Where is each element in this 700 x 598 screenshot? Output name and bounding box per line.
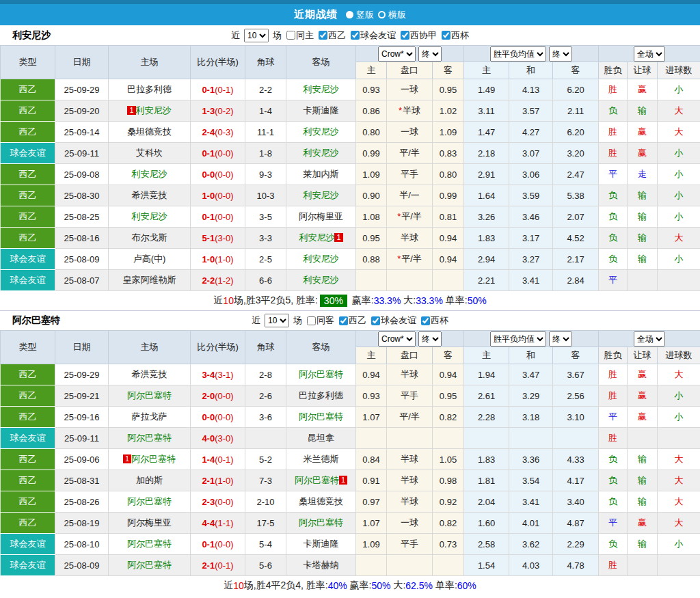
home-odds-cell: 0.95	[356, 228, 387, 249]
summary-line: 近10场,胜3平2负5, 胜率:30% 赢率:33.3% 大:33.3% 单率:…	[0, 291, 700, 310]
summary-stat-value: 60%	[457, 580, 476, 591]
league-filter-checkbox[interactable]	[401, 31, 409, 40]
score-cell: 2-4(0-3)	[191, 122, 245, 143]
match-type-cell: 西乙	[1, 100, 55, 122]
corner-cell: 5-4	[245, 534, 286, 555]
score-cell: 0-0(0-0)	[191, 164, 245, 185]
focus-team-cell: 利安尼沙	[286, 185, 356, 206]
team-label: 卢高(中)	[133, 254, 166, 264]
avg-stage-select[interactable]: 终	[549, 46, 572, 62]
away-odds-cell: 0.95	[433, 385, 464, 407]
league-filter-checkbox[interactable]	[421, 316, 430, 325]
league-filter[interactable]: 西乙	[339, 314, 366, 327]
avg-away-cell: 2.84	[553, 270, 599, 291]
league-filter-checkbox[interactable]	[442, 31, 450, 40]
avg-home-cell: 3.11	[464, 100, 509, 122]
focus-team-cell: 利安尼沙	[109, 164, 191, 185]
fulltime-select[interactable]: 全场	[634, 331, 665, 346]
league-filter[interactable]: 西杯	[421, 314, 448, 327]
team-label: 阿尔巴塞特	[299, 411, 343, 422]
recent-count-select[interactable]: 10	[244, 29, 269, 42]
avg-draw-cell: 4.27	[509, 122, 553, 143]
odds-source-select[interactable]: Crow*	[378, 46, 416, 62]
focus-team-cell: 阿尔巴塞特	[109, 555, 191, 576]
opponent-team-cell: 巴拉多利德	[109, 79, 191, 100]
corner-cell: 5-2	[245, 449, 286, 470]
summary-record: 场,胜3平2负5, 胜率:	[234, 295, 318, 307]
team-label: 阿尔巴塞特	[295, 475, 339, 485]
match-date-cell: 25-08-26	[55, 491, 109, 513]
league-filter-label: 球会友谊	[381, 314, 416, 327]
avg-away-cell	[553, 428, 599, 449]
same-venue-filter[interactable]: 同主	[286, 29, 314, 42]
goals-result-cell: 小	[658, 143, 700, 164]
odds-source-select[interactable]: Crow*	[378, 331, 416, 346]
league-filter-checkbox[interactable]	[319, 31, 327, 40]
team-label: 利安尼沙	[304, 275, 339, 285]
result-cell: 负	[599, 491, 628, 513]
home-odds-cell: 0.97	[356, 491, 387, 513]
away-odds-cell: 0.92	[433, 491, 464, 513]
sub-goals: 进球数	[658, 62, 700, 79]
goals-result-cell: 小	[658, 164, 700, 185]
match-date-cell: 25-09-14	[55, 122, 109, 143]
result-cell: 平	[599, 164, 628, 185]
league-filter[interactable]: 球会友谊	[371, 314, 416, 327]
avg-select[interactable]: 胜平负均值	[490, 331, 546, 346]
home-odds-cell: 0.99	[356, 143, 387, 164]
handicap-result-cell: 输	[628, 228, 658, 249]
league-filter-checkbox[interactable]	[351, 31, 360, 40]
recent-count-select[interactable]: 10	[265, 314, 289, 327]
league-filter-checkbox[interactable]	[339, 316, 348, 325]
opponent-team-cell: 卢高(中)	[109, 249, 191, 270]
avg-draw-cell: 3.41	[509, 491, 553, 513]
radio-icon	[378, 11, 386, 18]
score-cell: 2-3(0-0)	[191, 491, 245, 513]
opponent-team-cell: 莱加内斯	[286, 164, 356, 185]
goals-result-cell: 小	[658, 534, 700, 555]
corner-cell: 3-5	[245, 206, 286, 228]
col-date: 日期	[55, 331, 109, 364]
red-card-badge: 1	[339, 476, 347, 485]
league-filter[interactable]: 球会友谊	[351, 29, 396, 42]
team-label: 加的斯	[136, 475, 163, 485]
odds-stage-select[interactable]: 终	[418, 46, 442, 62]
score-cell: 0-1(0-0)	[191, 206, 245, 228]
halftime-score: (0-0)	[215, 169, 233, 180]
avg-draw-cell: 3.54	[509, 470, 553, 491]
avg-select[interactable]: 胜平负均值	[490, 46, 546, 62]
sub-handicap-result: 让球	[628, 62, 658, 79]
layout-radio-option[interactable]: 横版	[378, 9, 406, 21]
halftime-score: (1-0)	[215, 476, 233, 486]
league-filter[interactable]: 西乙	[319, 29, 346, 42]
odds-stage-select[interactable]: 终	[418, 331, 442, 346]
team-section-away: 阿尔巴塞特 近10场同客西乙球会友谊西杯 类型 日期 主场 比分(半场) 角球 …	[0, 310, 700, 595]
away-odds-cell: 0.99	[433, 185, 464, 206]
avg-stage-select[interactable]: 终	[549, 331, 572, 346]
same-venue-filter-checkbox[interactable]	[307, 316, 316, 325]
match-date-cell: 25-08-31	[55, 470, 109, 491]
match-type-cell: 西乙	[1, 206, 55, 228]
fulltime-score: 0-1	[202, 539, 215, 549]
league-filter[interactable]: 西杯	[442, 29, 469, 42]
team-label: 阿尔巴塞特	[299, 369, 343, 379]
fulltime-select[interactable]: 全场	[634, 46, 665, 62]
layout-radio-selected[interactable]: 竖版	[346, 9, 374, 21]
focus-team-cell: 利安尼沙	[286, 122, 356, 143]
fulltime-score: 2-1	[202, 476, 215, 486]
summary-stat-label: 单率:	[443, 295, 468, 307]
league-filter-checkbox[interactable]	[371, 316, 380, 325]
win-rate-value: 30%	[320, 295, 347, 307]
league-filter[interactable]: 西协甲	[401, 29, 437, 42]
fulltime-score: 0-0	[202, 412, 215, 422]
fulltime-score: 3-4	[202, 370, 215, 380]
avg-draw-cell: 3.59	[509, 185, 553, 206]
same-venue-filter-checkbox[interactable]	[286, 31, 295, 40]
corner-cell: 3-3	[245, 228, 286, 249]
away-odds-cell	[433, 270, 464, 291]
handicap-cell: 半球	[387, 491, 433, 513]
same-venue-filter[interactable]: 同客	[307, 314, 334, 327]
team-label: 利安尼沙	[299, 232, 334, 243]
win-rate-value: 40%	[328, 580, 347, 591]
home-odds-cell: 0.94	[356, 364, 387, 385]
